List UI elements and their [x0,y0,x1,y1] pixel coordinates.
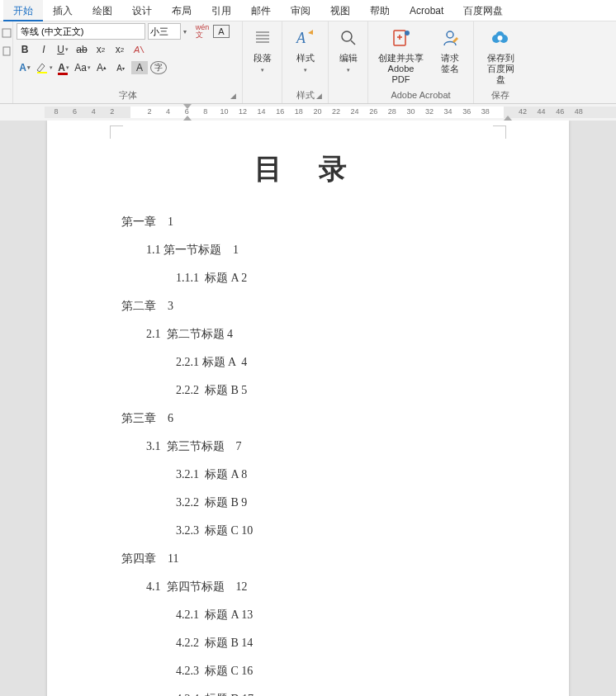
tab-1[interactable]: 插入 [43,0,83,21]
ruler-tick: 46 [556,107,564,116]
request-sign-button[interactable]: 请求签名 [430,23,470,88]
styles-label: 样式 [296,53,315,63]
ruler-tick: 48 [575,107,583,116]
tab-9[interactable]: 帮助 [360,0,400,21]
toc-entry[interactable]: 2.2.2 标题 B 5 [121,376,495,405]
ruler-tick: 8 [54,107,58,116]
enclose-char-button[interactable]: 字 [150,61,167,74]
tab-8[interactable]: 视图 [320,0,360,21]
paragraph-button[interactable]: 段落▾ [246,23,278,75]
tab-11[interactable]: 百度网盘 [453,0,513,21]
paste-icon[interactable] [0,25,15,41]
subscript-button[interactable]: x2 [92,41,109,58]
document-page[interactable]: 目 录 第一章 11.1 第一节标题 11.1.1 标题 A 2第二章 32.1… [47,121,569,696]
underline-button[interactable]: U▾ [54,41,71,58]
ribbon-tabs: 开始插入绘图设计布局引用邮件审阅视图帮助Acrobat百度网盘 [0,0,616,21]
toc-entry[interactable]: 第三章 6 [121,405,495,433]
group-paragraph: 段落▾ [243,21,282,103]
toc-entry[interactable]: 4.2.2 标题 B 14 [121,629,495,657]
ruler-tick: 28 [388,107,396,116]
ruler-tick: 42 [519,107,527,116]
toc-entry[interactable]: 4.1 第四节标题 12 [121,573,495,601]
group-editing: 编辑▾ [329,21,368,103]
editing-button[interactable]: 编辑▾ [332,23,364,75]
tab-4[interactable]: 布局 [162,0,201,21]
ruler-tick: 4 [92,107,96,116]
group-font: ▾ wén文 A B I U▾ ab x2 x2 A A▾ ▾ A▾ Aa▾ A… [13,21,243,103]
tab-10[interactable]: Acrobat [400,0,453,21]
pdf-share-icon [388,26,415,50]
toc-entry[interactable]: 第二章 3 [121,292,495,320]
font-size-input[interactable] [148,23,181,40]
ruler-tick: 22 [332,107,340,116]
ruler-tick: 8 [203,107,207,116]
toc-entry[interactable]: 4.2.3 标题 C 16 [121,657,495,685]
toc-entry[interactable]: 4.2.4 标题 D 17 [121,685,495,696]
tab-7[interactable]: 审阅 [281,0,320,21]
toc-entry[interactable]: 3.1 第三节标题 7 [121,433,495,461]
tab-6[interactable]: 邮件 [241,0,281,21]
phonetic-guide-icon[interactable]: wén文 [194,23,211,40]
toc-entry[interactable]: 第一章 1 [121,208,495,236]
create-share-l2: Adobe PDF [388,64,415,84]
margin-corner-tl [110,125,123,139]
save-baidu-l2: 百度网盘 [487,64,514,84]
tab-5[interactable]: 引用 [201,0,241,21]
superscript-button[interactable]: x2 [111,41,128,58]
svg-line-3 [140,46,144,53]
toc-entry[interactable]: 2.1 第二节标题 4 [121,320,495,348]
group-baidu: 保存到百度网盘 保存 [474,21,527,103]
ruler-tick: 4 [166,107,170,116]
clear-format-icon[interactable]: A [130,41,147,58]
styles-dialog-launcher-icon[interactable]: ◢ [316,92,326,102]
first-line-indent-marker[interactable] [183,104,192,109]
group-label-baidu: 保存 [477,88,524,103]
svg-point-19 [498,36,503,40]
group-styles: A 样式▾ 样式 ◢ [282,21,329,103]
ruler-tick: 44 [538,107,546,116]
ruler-tick: 12 [239,107,247,116]
font-name-input[interactable] [17,23,145,40]
highlight-button[interactable]: ▾ [36,59,53,76]
toc-entry[interactable]: 第四章 11 [121,545,495,573]
svg-text:A: A [133,45,140,54]
toc-entry[interactable]: 3.2.1 标题 A 8 [121,461,495,489]
create-share-pdf-button[interactable]: 创建并共享Adobe PDF [372,23,430,88]
ruler-tick: 10 [220,107,228,116]
toc-entry[interactable]: 1.1 第一节标题 1 [121,236,495,264]
shrink-font-button[interactable]: A▾ [112,59,129,76]
grow-font-button[interactable]: A▴ [93,59,110,76]
toc-entry[interactable]: 3.2.3 标题 C 10 [121,517,495,545]
create-share-l1: 创建并共享 [378,53,424,63]
toc-entry[interactable]: 2.2.1 标题 A 4 [121,348,495,376]
text-effects-button[interactable]: A▾ [17,59,33,76]
font-size-dropdown-icon[interactable]: ▾ [183,28,192,36]
tab-0[interactable]: 开始 [3,0,43,21]
paragraph-label: 段落 [254,53,272,63]
tab-3[interactable]: 设计 [122,0,162,21]
horizontal-ruler[interactable]: 8642246810121416182022242628303234363842… [0,104,616,121]
svg-point-11 [342,31,352,41]
svg-rect-4 [37,72,47,73]
italic-button[interactable]: I [36,41,52,58]
ruler-tick: 38 [481,107,490,116]
clipboard-icon[interactable] [0,43,15,59]
toc-entry[interactable]: 3.2.2 标题 B 9 [121,489,495,517]
tab-2[interactable]: 绘图 [83,0,122,21]
character-border-icon[interactable]: A [213,25,230,38]
save-baidu-button[interactable]: 保存到百度网盘 [477,23,524,85]
svg-rect-1 [3,47,10,55]
ruler-tick: 6 [73,107,77,116]
character-shading-button[interactable]: A [131,61,148,74]
strikethrough-button[interactable]: ab [73,41,90,58]
toc-entry[interactable]: 1.1.1 标题 A 2 [121,264,495,292]
ruler-tick: 2 [110,107,114,116]
change-case-button[interactable]: Aa▾ [74,59,91,76]
bold-button[interactable]: B [17,41,33,58]
font-dialog-launcher-icon[interactable]: ◢ [230,92,240,102]
toc-entry[interactable]: 4.2.1 标题 A 13 [121,601,495,629]
baidu-cloud-icon [487,26,514,50]
save-baidu-l1: 保存到 [487,53,514,63]
font-color-button[interactable]: A▾ [55,59,72,76]
styles-button[interactable]: A 样式▾ [286,23,325,75]
